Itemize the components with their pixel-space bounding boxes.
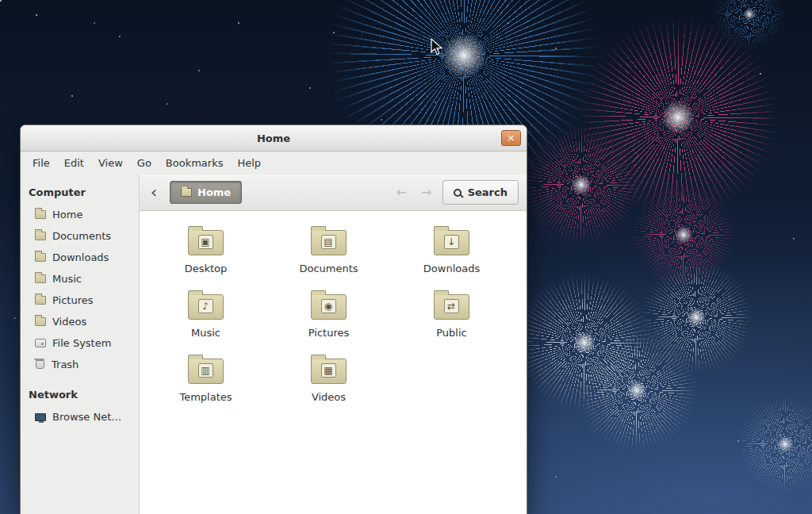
file-label: Templates <box>179 391 232 403</box>
menu-file[interactable]: File <box>25 154 57 172</box>
file-label: Desktop <box>185 263 228 274</box>
desktop-emblem-icon: ▣ <box>198 235 213 249</box>
sidebar-item-label: Videos <box>52 316 86 328</box>
file-label: Videos <box>312 391 346 403</box>
folder-icon <box>35 274 46 283</box>
menubar: File Edit View Go Bookmarks Help <box>21 152 527 175</box>
folder-icon: ◉ <box>310 288 348 321</box>
sidebar-header-computer: Computer <box>21 181 139 204</box>
menu-help[interactable]: Help <box>230 154 268 172</box>
folder-icon: ▣ <box>187 224 225 257</box>
chevron-left-icon[interactable]: ‹ <box>147 182 163 203</box>
folder-icon: ▤ <box>310 224 348 257</box>
file-manager-window: Home × File Edit View Go Bookmarks Help … <box>20 125 527 514</box>
trash-icon <box>36 360 44 369</box>
main-column: ‹ Home ← → Search ▣ <box>140 175 527 514</box>
firework-burst-pink-mid <box>522 125 641 244</box>
toolbar: ‹ Home ← → Search <box>140 175 527 211</box>
folder-icon: ▦ <box>310 352 348 386</box>
sidebar-item-file-system[interactable]: File System <box>21 332 139 354</box>
file-item-pictures[interactable]: ◉ Pictures <box>267 285 390 349</box>
file-item-public[interactable]: ⇄ Public <box>390 285 513 349</box>
files-grid: ▣ Desktop ▤ Documents <box>144 221 527 413</box>
sidebar-item-downloads[interactable]: Downloads <box>21 247 139 268</box>
sidebar-item-trash[interactable]: Trash <box>21 354 139 375</box>
sidebar-item-label: Trash <box>52 359 79 370</box>
folder-icon <box>35 232 46 240</box>
titlebar[interactable]: Home × <box>21 125 527 152</box>
file-item-downloads[interactable]: ↓ Downloads <box>390 221 513 285</box>
file-label: Music <box>191 327 220 339</box>
close-button[interactable]: × <box>501 130 521 146</box>
folder-icon <box>35 253 46 262</box>
templates-emblem-icon: ▥ <box>198 363 213 378</box>
file-label: Public <box>436 327 466 339</box>
sidebar-header-network: Network <box>21 383 139 406</box>
sidebar-item-label: File System <box>52 337 111 349</box>
file-item-videos[interactable]: ▦ Videos <box>267 349 390 413</box>
window-body: Computer Home Documents Downloads Music … <box>21 175 527 514</box>
pictures-emblem-icon: ◉ <box>321 299 336 313</box>
menu-go[interactable]: Go <box>130 154 159 172</box>
sidebar-item-pictures[interactable]: Pictures <box>21 290 139 311</box>
menu-view[interactable]: View <box>91 154 130 172</box>
search-button[interactable]: Search <box>442 180 519 205</box>
search-button-label: Search <box>468 186 508 198</box>
mouse-cursor <box>431 38 446 56</box>
folder-icon: ▥ <box>187 352 225 386</box>
sidebar-item-documents[interactable]: Documents <box>21 225 139 247</box>
folder-icon: ⇄ <box>433 288 471 321</box>
videos-emblem-icon: ▦ <box>321 363 336 378</box>
folder-icon <box>35 317 46 326</box>
sidebar-item-music[interactable]: Music <box>21 268 139 290</box>
folder-icon <box>181 188 192 197</box>
menu-edit[interactable]: Edit <box>57 154 91 172</box>
search-icon <box>454 189 462 197</box>
file-label: Documents <box>299 263 358 274</box>
folder-icon: ↓ <box>433 224 471 257</box>
sidebar-item-label: Documents <box>52 230 111 242</box>
sidebar-item-label: Pictures <box>52 294 93 306</box>
sidebar: Computer Home Documents Downloads Music … <box>21 175 140 514</box>
file-label: Pictures <box>308 327 349 339</box>
folder-icon <box>35 210 46 219</box>
file-item-desktop[interactable]: ▣ Desktop <box>144 221 267 285</box>
desktop: { "desktop": { "colors": { "sky_top": "#… <box>0 0 812 514</box>
file-label: Downloads <box>423 263 480 274</box>
folder-icon: ♪ <box>187 288 225 321</box>
sidebar-item-home[interactable]: Home <box>21 204 139 225</box>
folder-icon <box>35 296 46 305</box>
downloads-emblem-icon: ↓ <box>444 235 459 249</box>
sidebar-item-label: Music <box>52 273 82 285</box>
sidebar-item-browse-network[interactable]: Browse Net… <box>21 406 139 428</box>
firework-burst-white-3 <box>577 331 696 450</box>
history-back-icon[interactable]: ← <box>393 185 411 200</box>
network-icon <box>35 413 46 421</box>
sidebar-item-label: Home <box>52 209 82 221</box>
music-emblem-icon: ♪ <box>198 299 213 313</box>
pathbar-home-button[interactable]: Home <box>170 181 242 204</box>
file-item-templates[interactable]: ▥ Templates <box>144 349 267 413</box>
pathbar-home-label: Home <box>197 186 231 198</box>
documents-emblem-icon: ▤ <box>321 235 336 249</box>
file-item-documents[interactable]: ▤ Documents <box>267 221 390 285</box>
menu-bookmarks[interactable]: Bookmarks <box>159 154 231 172</box>
file-item-music[interactable]: ♪ Music <box>144 285 267 349</box>
public-emblem-icon: ⇄ <box>444 299 459 313</box>
window-title: Home <box>257 132 290 144</box>
drive-icon <box>35 339 46 347</box>
file-view: ▣ Desktop ▤ Documents <box>140 211 527 514</box>
sidebar-item-videos[interactable]: Videos <box>21 311 139 332</box>
sidebar-item-label: Downloads <box>52 251 109 263</box>
history-forward-icon[interactable]: → <box>417 185 435 200</box>
sidebar-item-label: Browse Net… <box>52 411 121 423</box>
